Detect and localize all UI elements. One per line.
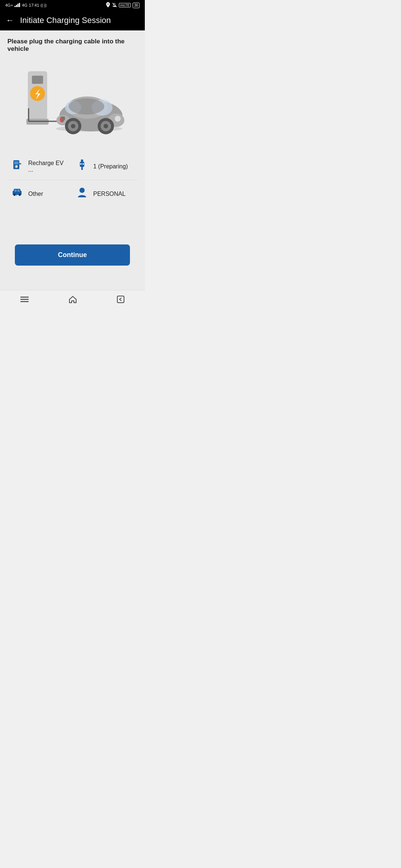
call-indicator: ((·)) [40,3,46,7]
bottom-nav [0,290,145,312]
user-info-item: PERSONAL [72,180,137,207]
svg-rect-31 [14,161,19,164]
svg-rect-0 [14,6,16,7]
svg-rect-6 [32,76,43,84]
svg-point-43 [19,194,21,196]
instruction-text: Please plug the charging cable into the … [7,38,137,53]
svg-rect-1 [16,5,17,7]
svg-rect-40 [14,190,17,192]
car-icon [11,187,23,200]
illustration-container [7,60,137,149]
info-grid: Recharge EV ... 1 (Preparing) [7,153,137,207]
svg-point-39 [82,163,84,165]
user-icon [76,187,88,201]
svg-rect-37 [81,167,83,170]
station-label: Recharge EV ... [28,160,69,173]
svg-rect-34 [19,163,21,164]
svg-point-38 [80,163,82,165]
svg-point-18 [69,98,104,115]
user-label: PERSONAL [93,191,125,197]
main-content: Please plug the charging cable into the … [0,30,145,290]
svg-rect-29 [61,116,65,120]
signal-bars [14,3,20,8]
ev-station-icon [11,160,23,173]
network2-indicator: 4G [22,3,27,7]
continue-button[interactable]: Continue [15,244,130,266]
back-button[interactable]: ← [6,16,14,25]
vehicle-label: Other [28,191,43,197]
plug-icon [76,160,88,173]
svg-point-28 [71,124,75,128]
connector-info-item: 1 (Preparing) [72,153,137,180]
svg-point-45 [79,188,85,193]
back-nav-icon[interactable] [116,295,125,306]
network-indicator: 4G+ [5,3,13,7]
svg-point-20 [115,116,121,122]
battery-indicator: 36 [133,3,140,8]
status-right: VoLTE 36 [106,2,140,8]
svg-rect-2 [17,4,19,7]
svg-point-42 [13,194,16,196]
spacer [7,207,137,237]
station-info-item: Recharge EV ... [7,153,72,180]
svg-rect-3 [19,3,20,7]
ev-charging-illustration [17,64,128,138]
home-icon[interactable] [68,295,77,306]
svg-point-25 [104,124,108,128]
vehicle-info-item: Other [7,180,72,207]
menu-icon[interactable] [20,296,29,305]
location-icon [106,2,110,8]
volte-icon: VoLTE [119,3,131,7]
connector-label: 1 (Preparing) [93,163,128,170]
top-nav: ← Initiate Charging Session [0,10,145,30]
continue-button-wrapper: Continue [7,237,137,273]
svg-rect-49 [117,296,124,303]
bell-muted-icon [112,3,117,8]
svg-rect-41 [17,190,20,192]
page-title: Initiate Charging Session [20,16,111,25]
status-bar: 4G+ 4G 17:41 ((·)) VoLTE 36 [0,0,145,10]
time-display: 17:41 [29,3,39,7]
status-left: 4G+ 4G 17:41 ((·)) [5,3,46,8]
